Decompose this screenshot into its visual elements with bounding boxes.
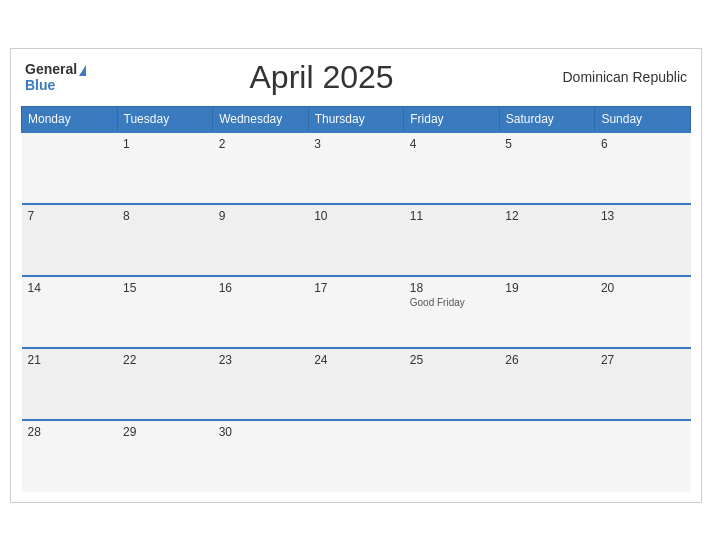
calendar-cell: 6 [595, 132, 691, 204]
day-number: 16 [219, 281, 303, 295]
calendar-cell: 7 [22, 204, 118, 276]
calendar-cell: 16 [213, 276, 309, 348]
day-number: 1 [123, 137, 207, 151]
calendar-cell: 26 [499, 348, 595, 420]
header-tuesday: Tuesday [117, 106, 213, 132]
calendar-cell: 5 [499, 132, 595, 204]
day-number: 21 [28, 353, 112, 367]
day-number: 28 [28, 425, 112, 439]
day-number: 8 [123, 209, 207, 223]
calendar-cell [404, 420, 500, 492]
country-name: Dominican Republic [557, 69, 687, 85]
day-number: 24 [314, 353, 398, 367]
day-number: 12 [505, 209, 589, 223]
calendar-container: General Blue April 2025 Dominican Republ… [10, 48, 702, 503]
day-number: 22 [123, 353, 207, 367]
header-sunday: Sunday [595, 106, 691, 132]
calendar-cell: 14 [22, 276, 118, 348]
calendar-cell: 13 [595, 204, 691, 276]
logo-triangle-icon [79, 65, 86, 76]
day-number: 30 [219, 425, 303, 439]
day-number: 26 [505, 353, 589, 367]
calendar-cell: 9 [213, 204, 309, 276]
calendar-cell: 25 [404, 348, 500, 420]
calendar-cell [499, 420, 595, 492]
day-number: 4 [410, 137, 494, 151]
day-number: 29 [123, 425, 207, 439]
calendar-cell: 2 [213, 132, 309, 204]
calendar-cell [308, 420, 404, 492]
calendar-cell: 12 [499, 204, 595, 276]
day-number: 25 [410, 353, 494, 367]
day-number: 9 [219, 209, 303, 223]
calendar-row: 123456 [22, 132, 691, 204]
calendar-row: 78910111213 [22, 204, 691, 276]
calendar-cell: 3 [308, 132, 404, 204]
calendar-cell: 4 [404, 132, 500, 204]
calendar-cell: 1 [117, 132, 213, 204]
calendar-row: 1415161718Good Friday1920 [22, 276, 691, 348]
calendar-cell [595, 420, 691, 492]
day-number: 14 [28, 281, 112, 295]
calendar-cell: 29 [117, 420, 213, 492]
calendar-cell: 27 [595, 348, 691, 420]
calendar-cell: 22 [117, 348, 213, 420]
calendar-row: 21222324252627 [22, 348, 691, 420]
header-friday: Friday [404, 106, 500, 132]
day-number: 10 [314, 209, 398, 223]
logo: General Blue [25, 61, 86, 93]
calendar-grid: Monday Tuesday Wednesday Thursday Friday… [21, 106, 691, 492]
day-number: 7 [28, 209, 112, 223]
day-number: 2 [219, 137, 303, 151]
day-number: 11 [410, 209, 494, 223]
calendar-header: General Blue April 2025 Dominican Republ… [21, 59, 691, 96]
weekday-header-row: Monday Tuesday Wednesday Thursday Friday… [22, 106, 691, 132]
calendar-cell: 19 [499, 276, 595, 348]
logo-general-text: General [25, 61, 86, 77]
day-number: 15 [123, 281, 207, 295]
calendar-cell: 18Good Friday [404, 276, 500, 348]
header-wednesday: Wednesday [213, 106, 309, 132]
calendar-cell: 30 [213, 420, 309, 492]
calendar-cell: 10 [308, 204, 404, 276]
day-number: 5 [505, 137, 589, 151]
logo-blue-text: Blue [25, 77, 55, 93]
day-number: 23 [219, 353, 303, 367]
calendar-cell: 15 [117, 276, 213, 348]
day-event: Good Friday [410, 297, 494, 308]
header-thursday: Thursday [308, 106, 404, 132]
day-number: 18 [410, 281, 494, 295]
day-number: 3 [314, 137, 398, 151]
calendar-cell: 17 [308, 276, 404, 348]
day-number: 6 [601, 137, 685, 151]
calendar-cell: 24 [308, 348, 404, 420]
calendar-cell: 11 [404, 204, 500, 276]
calendar-cell: 20 [595, 276, 691, 348]
day-number: 27 [601, 353, 685, 367]
calendar-cell [22, 132, 118, 204]
day-number: 13 [601, 209, 685, 223]
calendar-cell: 8 [117, 204, 213, 276]
day-number: 17 [314, 281, 398, 295]
day-number: 20 [601, 281, 685, 295]
month-title: April 2025 [86, 59, 557, 96]
calendar-cell: 28 [22, 420, 118, 492]
header-saturday: Saturday [499, 106, 595, 132]
day-number: 19 [505, 281, 589, 295]
header-monday: Monday [22, 106, 118, 132]
calendar-cell: 23 [213, 348, 309, 420]
calendar-row: 282930 [22, 420, 691, 492]
calendar-cell: 21 [22, 348, 118, 420]
